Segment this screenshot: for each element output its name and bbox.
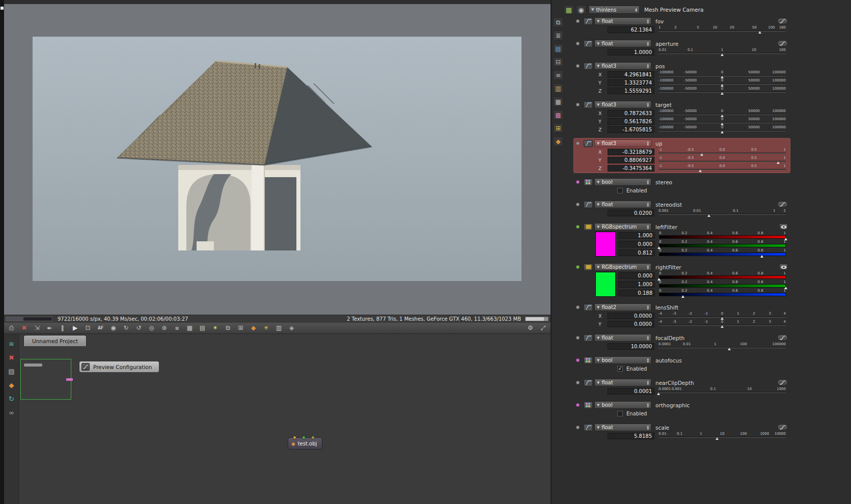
stepper-arrows-icon[interactable]: ▲▼ — [647, 425, 649, 430]
node-port[interactable] — [311, 436, 315, 439]
param-value-field-x[interactable]: 4.2961841 — [608, 71, 654, 78]
collapsed-node[interactable] — [24, 363, 42, 367]
param-kind-icon[interactable] — [584, 357, 593, 364]
spark-icon[interactable]: ✶ — [210, 324, 220, 332]
channel-value-field[interactable]: 1.000 — [618, 281, 655, 288]
slider-marker[interactable] — [657, 393, 660, 395]
param-slider[interactable]: 125102050100180 — [658, 25, 786, 34]
stepper-arrows-icon[interactable]: ▲▼ — [647, 102, 649, 107]
param-kind-icon[interactable] — [584, 40, 593, 47]
param-slider[interactable]: 0.0010.010.112 — [658, 209, 786, 217]
node-port[interactable] — [293, 436, 296, 439]
param-type-dropdown[interactable]: ▼float▲▼ — [594, 379, 651, 386]
param-value-field-z[interactable]: 1.5559291 — [608, 88, 654, 94]
visibility-toggle-button[interactable] — [779, 223, 788, 230]
param-type-dropdown[interactable]: ▼RGBspectrum▲▼ — [594, 223, 651, 231]
param-port-dot[interactable] — [576, 381, 580, 384]
param-kind-icon[interactable] — [584, 223, 593, 231]
param-value-field[interactable]: 1.0000 — [608, 49, 654, 55]
slider-marker[interactable] — [721, 92, 724, 95]
param-port-dot[interactable] — [576, 305, 580, 309]
photo-icon[interactable]: ▦ — [553, 97, 563, 106]
param-port-dot[interactable] — [576, 403, 580, 407]
list-icon[interactable]: ≡ — [553, 70, 563, 80]
param-slider[interactable]: -1-0.50.00.51 — [658, 164, 786, 172]
slider-marker[interactable] — [758, 31, 761, 34]
visibility-toggle-button[interactable] — [779, 264, 788, 270]
preview-configuration-node[interactable]: Preview Configuration — [79, 361, 159, 373]
param-port-dot[interactable] — [576, 103, 580, 106]
checkbox-orthographic[interactable] — [617, 411, 623, 416]
undo-icon[interactable]: ↺ — [134, 324, 144, 332]
response-curve-button[interactable] — [777, 18, 788, 24]
obj-node[interactable]: ◆ test.obj — [288, 437, 322, 450]
param-value-field-z[interactable]: -1.6705815 — [608, 126, 654, 133]
param-type-dropdown[interactable]: ▼float▲▼ — [594, 201, 651, 208]
slider-marker[interactable] — [760, 255, 763, 258]
response-curve-button[interactable] — [777, 379, 788, 386]
redo-icon[interactable]: ↻ — [121, 324, 131, 332]
param-slider[interactable]: -1-0.50.00.51 — [658, 148, 786, 156]
stepper-arrows-icon[interactable]: ▲▼ — [647, 180, 649, 184]
camera-icon[interactable]: ◉ — [108, 324, 118, 332]
droplet-icon[interactable]: ◆ — [7, 380, 17, 389]
param-slider[interactable]: 0.00010.0010.1101000 — [658, 387, 786, 395]
param-slider[interactable]: -100000-50000050000100000 — [658, 109, 786, 117]
response-curve-button[interactable] — [777, 40, 788, 47]
param-type-dropdown[interactable]: ▼float▲▼ — [594, 40, 651, 47]
param-value-field[interactable]: 10.0000 — [608, 343, 654, 350]
param-kind-icon[interactable] — [584, 179, 593, 186]
param-slider[interactable]: -100000-50000050000100000 — [658, 78, 786, 87]
param-type-dropdown[interactable]: ▼float▲▼ — [594, 334, 651, 342]
channel-value-field[interactable]: 0.188 — [618, 290, 655, 296]
slider-marker[interactable] — [716, 437, 719, 440]
stepper-arrows-icon[interactable]: ▲▼ — [647, 335, 649, 340]
param-kind-icon[interactable] — [584, 63, 593, 70]
slider-marker[interactable] — [728, 348, 731, 350]
wrench-icon[interactable]: ⚙ — [526, 324, 535, 332]
gradient-slider[interactable]: 00.20.40.60.81 — [659, 248, 786, 257]
param-kind-icon[interactable] — [584, 201, 593, 208]
param-slider[interactable]: 0.010.1110100 — [658, 48, 786, 56]
channel-value-field[interactable]: 0.000 — [618, 241, 655, 247]
param-kind-icon[interactable] — [584, 140, 593, 147]
param-type-dropdown[interactable]: ▼float▲▼ — [594, 17, 651, 25]
param-port-dot[interactable] — [576, 142, 580, 145]
stepper-arrows-icon[interactable]: ▲▼ — [647, 225, 649, 229]
stepper-arrows-icon[interactable]: ▲▼ — [647, 202, 649, 207]
skip-to-start-icon[interactable]: ↞ — [45, 324, 54, 332]
param-port-dot[interactable] — [576, 336, 580, 340]
slider-marker[interactable] — [721, 131, 724, 133]
stepper-arrows-icon[interactable]: ▲▼ — [647, 380, 649, 385]
param-value-field-z[interactable]: -0.3475364 — [608, 165, 654, 172]
material-icon[interactable]: ◆ — [553, 136, 563, 146]
param-port-dot[interactable] — [576, 358, 580, 362]
display-icon[interactable]: ⊟ — [553, 57, 563, 67]
play-icon[interactable]: ▶ — [70, 324, 80, 332]
param-type-dropdown[interactable]: ▼RGBspectrum▲▼ — [594, 263, 651, 271]
slider-marker[interactable] — [681, 295, 684, 298]
stop-render-icon[interactable]: ✖ — [19, 324, 29, 332]
param-type-dropdown[interactable]: ▼float2▲▼ — [594, 303, 651, 311]
stepper-arrows-icon[interactable]: ▲▼ — [647, 64, 649, 68]
param-value-field-y[interactable]: 0.0000 — [608, 321, 654, 327]
project-tab[interactable]: Unnamed Project — [23, 335, 87, 346]
param-port-dot[interactable] — [576, 426, 580, 429]
fullscreen-icon[interactable]: ⤢ — [538, 324, 548, 332]
param-value-field[interactable]: 62.1364 — [608, 26, 654, 33]
scene-icon[interactable]: ≋ — [7, 339, 17, 348]
param-kind-icon[interactable] — [584, 424, 593, 431]
param-port-dot[interactable] — [576, 64, 580, 68]
param-slider[interactable]: 0.010.1110100100010000 — [658, 432, 786, 440]
param-kind-icon[interactable] — [584, 379, 593, 386]
image-frame-icon[interactable]: ▤ — [198, 324, 207, 332]
param-kind-icon[interactable] — [584, 402, 593, 409]
node-output-port[interactable] — [66, 378, 73, 381]
gradient-slider[interactable]: 00.20.40.60.81 — [659, 231, 786, 240]
stepper-arrows-icon[interactable]: ▲▼ — [647, 19, 649, 23]
param-port-dot[interactable] — [576, 265, 580, 269]
param-type-dropdown[interactable]: ▼float▲▼ — [594, 424, 651, 431]
pause-icon[interactable]: ∥ — [58, 324, 67, 332]
node-port[interactable] — [302, 436, 306, 439]
checker-icon[interactable]: ▦ — [185, 324, 195, 332]
